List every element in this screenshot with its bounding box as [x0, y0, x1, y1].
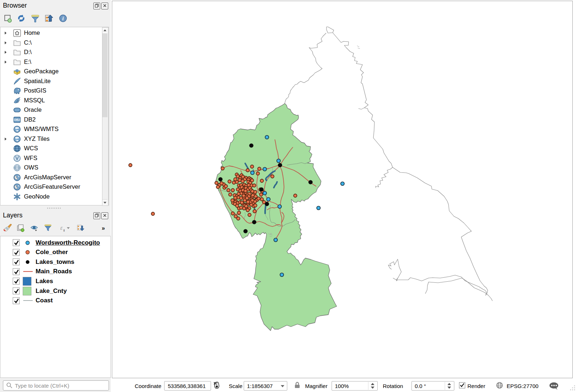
svg-text:ε: ε	[60, 225, 63, 231]
svg-text:DB2: DB2	[14, 118, 20, 122]
svg-text:»: »	[102, 225, 105, 231]
svg-text:▮: ▮	[63, 229, 65, 232]
svg-text:i: i	[62, 16, 64, 21]
